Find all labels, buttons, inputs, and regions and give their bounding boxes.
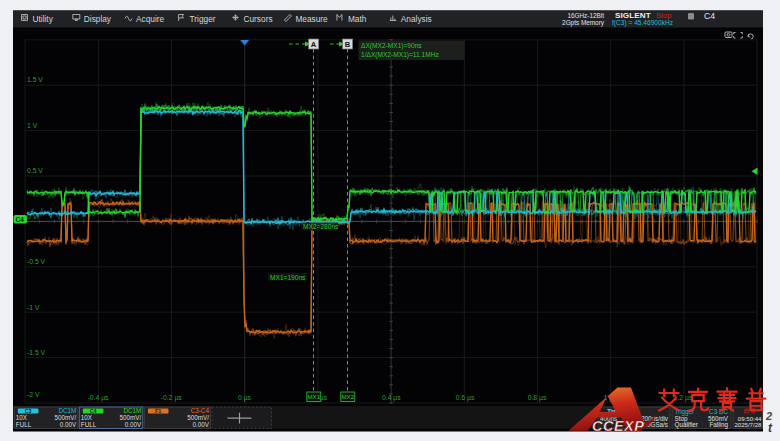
svg-text:ΔX(MX2-MX1)=90ns: ΔX(MX2-MX1)=90ns: [361, 42, 422, 50]
svg-text:C4: C4: [16, 216, 25, 223]
svg-text:0.8 µs: 0.8 µs: [528, 394, 547, 402]
svg-text:A: A: [311, 40, 317, 49]
svg-text:DC1M: DC1M: [58, 407, 76, 414]
svg-text:1.5 V: 1.5 V: [27, 76, 43, 83]
svg-text:1 V: 1 V: [27, 122, 38, 129]
svg-text:C4: C4: [90, 408, 97, 414]
svg-text:Cursors: Cursors: [244, 14, 273, 24]
svg-text:10X: 10X: [81, 414, 93, 421]
svg-text:MX1=190ns: MX1=190ns: [270, 274, 306, 281]
svg-text:Math: Math: [348, 14, 367, 24]
svg-text:Utility: Utility: [33, 14, 54, 24]
svg-text:-2 V: -2 V: [27, 391, 40, 398]
svg-text:-1.5 V: -1.5 V: [27, 349, 46, 356]
svg-text:MX2=280ns: MX2=280ns: [303, 223, 339, 230]
svg-text:-0.4 µs: -0.4 µs: [88, 394, 110, 402]
svg-text:0.00V: 0.00V: [192, 421, 209, 428]
svg-text:Display: Display: [84, 14, 112, 24]
svg-text:Falling: Falling: [709, 421, 728, 429]
svg-text:500mV/: 500mV/: [55, 414, 77, 421]
svg-text:B: B: [345, 40, 351, 49]
svg-text:0.6 µs: 0.6 µs: [456, 394, 475, 402]
svg-text:DC1M: DC1M: [123, 407, 141, 414]
svg-text:CCEXP: CCEXP: [592, 418, 644, 434]
svg-text:1/ΔX(MX2-MX1)=11.1MHz: 1/ΔX(MX2-MX1)=11.1MHz: [361, 51, 439, 59]
svg-text:f(C3) = 45.46900kHz: f(C3) = 45.46900kHz: [612, 19, 673, 27]
svg-text:F1: F1: [155, 408, 161, 414]
svg-text:0.4 µs: 0.4 µs: [382, 394, 401, 402]
svg-text:C3: C3: [25, 408, 32, 414]
svg-text:16GHz-12Bit: 16GHz-12Bit: [567, 12, 604, 19]
svg-text:-0.2 µs: -0.2 µs: [161, 394, 183, 402]
svg-text:Qualifier: Qualifier: [675, 421, 698, 429]
svg-text:0.00V: 0.00V: [125, 421, 142, 428]
svg-text:FULL: FULL: [16, 421, 32, 428]
svg-text:Measure: Measure: [295, 14, 328, 24]
svg-text:-0.5 V: -0.5 V: [27, 258, 46, 265]
svg-text:10X: 10X: [16, 414, 28, 421]
svg-text:500mV/: 500mV/: [187, 414, 209, 421]
svg-text:-1 V: -1 V: [27, 304, 40, 311]
svg-text:2Gpts Memory: 2Gpts Memory: [562, 19, 605, 27]
svg-text:Analysis: Analysis: [401, 14, 432, 24]
svg-text:C3-C4: C3-C4: [191, 407, 210, 414]
svg-text:Trigger: Trigger: [190, 14, 216, 24]
svg-text:C4: C4: [704, 11, 715, 21]
svg-text:Acquire: Acquire: [136, 14, 165, 24]
svg-text:MX1: MX1: [307, 393, 320, 400]
svg-text:2025/7/28: 2025/7/28: [734, 421, 762, 428]
svg-text:MX2: MX2: [341, 393, 354, 400]
svg-text:FULL: FULL: [81, 421, 97, 428]
svg-text:500mV/: 500mV/: [120, 414, 142, 421]
svg-text:0.00V: 0.00V: [60, 421, 77, 428]
svg-text:0.5 V: 0.5 V: [27, 167, 43, 174]
svg-text:0 µs: 0 µs: [238, 394, 252, 402]
